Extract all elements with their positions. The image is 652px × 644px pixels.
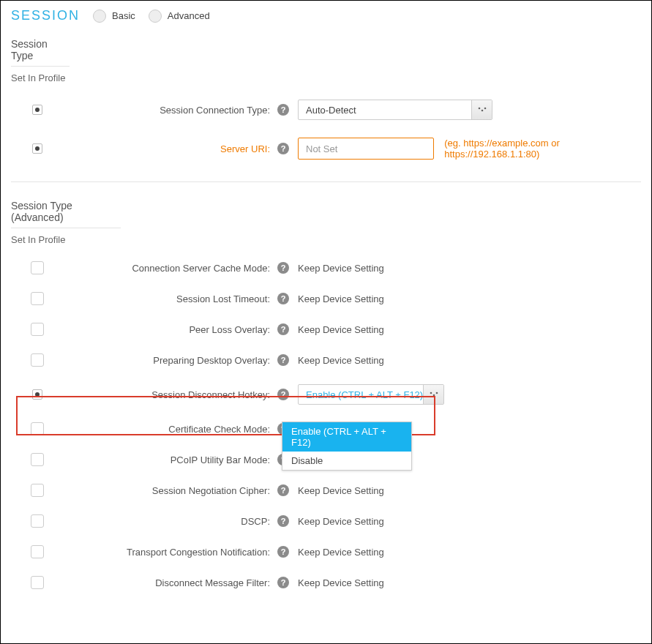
help-icon[interactable]: ?	[277, 323, 289, 335]
server-uri-hint: (eg. https://example.com or https://192.…	[444, 138, 641, 160]
select-value: Auto-Detect	[306, 105, 356, 116]
help-icon[interactable]: ?	[277, 577, 289, 588]
section-title: Session Type	[11, 34, 70, 67]
tab-advanced[interactable]: Advanced	[149, 10, 210, 23]
adv-row: Transport Congestion Notification:?Keep …	[11, 536, 641, 567]
adv-row: Session Negotiation Cipher:?Keep Device …	[11, 475, 641, 506]
help-icon[interactable]: ?	[277, 262, 289, 274]
section-subtitle: Set In Profile	[11, 72, 641, 83]
section-subtitle: Set In Profile	[11, 234, 641, 245]
divider	[11, 181, 641, 182]
row-server-uri: Server URI: ? Not Set (eg. https://examp…	[11, 129, 641, 168]
profile-checkbox[interactable]	[31, 545, 44, 558]
field-value: Keep Device Setting	[298, 263, 384, 274]
profile-checkbox[interactable]	[31, 261, 44, 274]
svg-point-1	[481, 110, 483, 112]
tab-basic-label: Basic	[112, 10, 135, 21]
field-label: Session Connection Type:	[64, 105, 277, 116]
section-session-type-advanced: Session Type (Advanced) Set In Profile C…	[1, 190, 651, 604]
profile-checkbox[interactable]	[31, 514, 44, 528]
field-label: Server URI:	[64, 143, 277, 154]
profile-toggle[interactable]	[32, 389, 42, 400]
chevron-down-icon	[423, 385, 443, 404]
tab-basic[interactable]: Basic	[93, 10, 135, 23]
help-icon[interactable]: ?	[277, 546, 289, 558]
field-value: Keep Device Setting	[298, 547, 384, 558]
field-value: Keep Device Setting	[298, 577, 384, 588]
field-label: Peer Loss Overlay:	[64, 324, 277, 335]
page-title: SESSION	[11, 8, 80, 23]
svg-point-3	[430, 392, 432, 394]
profile-checkbox[interactable]	[31, 353, 44, 367]
field-label: DSCP:	[64, 516, 277, 527]
field-label: Preparing Desktop Overlay:	[64, 355, 277, 366]
page-header: SESSION Basic Advanced	[1, 1, 651, 28]
field-value: Keep Device Setting	[298, 485, 384, 496]
svg-point-0	[478, 108, 480, 110]
help-icon[interactable]: ?	[277, 389, 289, 400]
field-label: Session Disconnect Hotkey:	[64, 389, 277, 400]
field-label: Disconnect Message Filter:	[64, 577, 277, 588]
field-label: Connection Server Cache Mode:	[64, 263, 277, 274]
adv-row: Disconnect Message Filter:?Keep Device S…	[11, 567, 641, 598]
field-label: Session Lost Timeout:	[64, 293, 277, 304]
field-value: Keep Device Setting	[298, 355, 384, 366]
adv-row: Peer Loss Overlay:?Keep Device Setting	[11, 314, 641, 345]
adv-row: Preparing Desktop Overlay:?Keep Device S…	[11, 345, 641, 375]
select-value: Enable (CTRL + ALT + F12)	[306, 389, 423, 400]
profile-checkbox[interactable]	[31, 422, 44, 435]
field-label: Session Negotiation Cipher:	[64, 485, 277, 496]
field-value: Keep Device Setting	[298, 293, 384, 304]
tab-advanced-label: Advanced	[168, 10, 210, 21]
dropdown-option[interactable]: Enable (CTRL + ALT + F12)	[282, 422, 411, 452]
profile-checkbox[interactable]	[31, 576, 44, 589]
hotkey-select[interactable]: Enable (CTRL + ALT + F12)	[298, 384, 444, 405]
svg-point-4	[432, 394, 435, 397]
connection-type-select[interactable]: Auto-Detect	[298, 100, 492, 120]
radio-icon	[149, 10, 162, 23]
field-label: PCoIP Utility Bar Mode:	[64, 454, 277, 465]
input-placeholder: Not Set	[306, 143, 337, 154]
profile-checkbox[interactable]	[31, 484, 44, 497]
svg-point-2	[484, 108, 486, 110]
server-uri-input[interactable]: Not Set	[298, 138, 434, 160]
adv-row: Session Lost Timeout:?Keep Device Settin…	[11, 283, 641, 314]
chevron-down-icon	[471, 100, 492, 119]
field-value: Keep Device Setting	[298, 516, 384, 527]
adv-row: Connection Server Cache Mode:?Keep Devic…	[11, 252, 641, 283]
profile-toggle[interactable]	[32, 143, 42, 154]
radio-icon	[93, 10, 106, 23]
profile-checkbox[interactable]	[31, 453, 44, 466]
profile-toggle[interactable]	[32, 105, 42, 115]
dropdown-option[interactable]: Disable	[282, 452, 411, 470]
help-icon[interactable]: ?	[277, 484, 289, 496]
help-icon[interactable]: ?	[277, 354, 289, 366]
field-label: Certificate Check Mode:	[64, 424, 277, 435]
svg-point-5	[435, 392, 438, 394]
profile-checkbox[interactable]	[31, 323, 44, 336]
help-icon[interactable]: ?	[277, 515, 289, 527]
help-icon[interactable]: ?	[277, 104, 289, 116]
adv-row: Session Disconnect Hotkey:?Enable (CTRL …	[11, 375, 641, 413]
field-value: Keep Device Setting	[298, 324, 384, 335]
profile-checkbox[interactable]	[31, 292, 44, 305]
help-icon[interactable]: ?	[277, 293, 289, 304]
section-title: Session Type (Advanced)	[11, 195, 121, 228]
adv-row: DSCP:?Keep Device Setting	[11, 506, 641, 536]
help-icon[interactable]: ?	[277, 143, 289, 154]
hotkey-dropdown[interactable]: Enable (CTRL + ALT + F12)Disable	[282, 422, 412, 471]
section-session-type: Session Type Set In Profile Session Conn…	[1, 28, 651, 174]
field-label: Transport Congestion Notification:	[64, 547, 277, 558]
row-connection-type: Session Connection Type: ? Auto-Detect	[11, 91, 641, 129]
